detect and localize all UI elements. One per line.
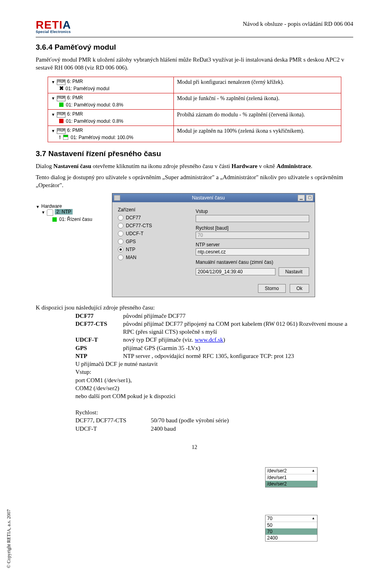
radio-icon (118, 239, 123, 244)
module-sub: 01: Paměťový modul: 0.8% (66, 102, 123, 108)
chip-icon: PROM (57, 79, 65, 85)
tail-line: COM2 (/dev/ser2) (75, 384, 353, 392)
minimize-button[interactable]: ▁ (298, 195, 305, 201)
def-desc: nový typ DCF přijímače (viz. www.dcf.sk) (123, 336, 353, 344)
nastavit-button[interactable]: Nastavit (279, 267, 309, 276)
time-settings-dialog: Nastavení času ▁ ▢ Zařízení DCF77DCF77-C… (112, 193, 315, 297)
table-row: ▼PROM 6: PMR! 01: Paměťový modul: 100.0%… (48, 126, 341, 142)
radio-label: MAN (126, 255, 137, 260)
def-desc: původní přijímač DCF77 připojený na COM … (123, 320, 353, 336)
radio-ntp[interactable]: NTP (118, 247, 189, 252)
vstup-label: Vstup (196, 209, 309, 214)
combo-option[interactable]: 70 (266, 528, 317, 535)
status-green-icon (59, 103, 64, 107)
time-sources-block: K dispozici jsou následující zdroje přes… (36, 304, 353, 433)
tree-arrow-icon: ▼ (36, 205, 40, 209)
titlebar-menu-icon[interactable] (114, 195, 120, 201)
storno-button[interactable]: Storno (258, 284, 285, 293)
module-desc: Modul při konfiguraci nenalezen (černý k… (174, 77, 341, 93)
antenna-icon (47, 209, 53, 216)
rychlost-input[interactable] (196, 232, 309, 239)
baud-row: UDCF-T2400 baud (75, 425, 353, 433)
tree-arrow-icon: ▼ (41, 210, 45, 215)
radio-man[interactable]: MAN (118, 255, 189, 260)
maximize-button[interactable]: ▢ (306, 195, 313, 201)
dialog-titlebar[interactable]: Nastavení času ▁ ▢ (112, 193, 315, 202)
def-item: DCF77původní přijímače DCF77 (36, 312, 353, 320)
module-title: 6: PMR (67, 111, 83, 117)
section-heading-time-settings: 3.7 Nastavení řízení přesného času (36, 149, 353, 158)
chip-icon: PROM (57, 96, 65, 101)
radio-icon (118, 247, 123, 252)
ok-button[interactable]: Ok (290, 284, 309, 293)
radio-label: DCF77-CTS (126, 223, 152, 228)
section-heading-memory-module: 3.6.4 Paměťový modul (36, 43, 353, 52)
chevron-up-icon: ▴ (311, 468, 316, 474)
combo-option[interactable]: /dev/ser2 (266, 481, 317, 487)
radio-icon (118, 223, 123, 228)
sources-intro: K dispozici jsou následující zdroje přes… (36, 304, 353, 311)
module-desc: Modul je zaplněn na 100% (zelená ikona s… (174, 126, 341, 142)
module-title: 6: PMR (67, 79, 83, 84)
combo-option[interactable]: 50 (266, 522, 317, 528)
def-term: DCF77-CTS (75, 320, 123, 336)
status-green-icon (52, 217, 57, 222)
def-term: UDCF-T (75, 336, 123, 344)
port-combo[interactable]: /dev/ser2▴ /dev/ser1/dev/ser2 (265, 467, 318, 487)
table-row: ▼PROM 6: PMR✖ 01: Paměťový modulModul př… (48, 77, 341, 93)
logo-a: A (63, 20, 71, 30)
combo-option[interactable]: /dev/ser1 (266, 474, 317, 481)
time-settings-p1: Dialog Nastavení času otevřeme kliknutím… (36, 162, 353, 170)
page-number: 12 (36, 444, 353, 451)
page-header: RETIA Special Electronics Návod k obsluz… (36, 20, 353, 34)
ntp-input[interactable] (196, 248, 309, 255)
module-status-table: ▼PROM 6: PMR✖ 01: Paměťový modulModul př… (48, 77, 341, 142)
header-rule (36, 37, 353, 37)
chip-icon: PROM (57, 128, 65, 134)
tail-line: port COM1 (/dev/ser1), (75, 376, 353, 384)
radio-label: UDCF-T (126, 231, 144, 236)
tail-line: nebo další port COM pokud je k dispozici (75, 392, 353, 400)
radio-dcf77[interactable]: DCF77 (118, 215, 189, 220)
module-desc: Modul je funkční - % zaplnění (zelená ik… (174, 93, 341, 109)
radio-icon (118, 255, 123, 260)
tree-arrow-icon: ▼ (51, 80, 55, 84)
tail-line: Vstup: (75, 368, 353, 376)
hardware-tree: ▼Hardware ▼ 2: NTP 01: Řízení času (36, 193, 107, 297)
logo: RETIA Special Electronics (36, 20, 71, 34)
vstup-input[interactable] (196, 215, 309, 222)
module-sub: 01: Paměťový modul: 100.0% (71, 135, 133, 140)
module-sub: 01: Paměťový modul: 0.8% (66, 118, 123, 124)
radio-dcf77-cts[interactable]: DCF77-CTS (118, 223, 189, 228)
tree-root-label: Hardware (41, 203, 62, 209)
def-term: NTP (75, 352, 123, 360)
ntp-label: NTP server (196, 242, 309, 248)
device-group-label: Zařízení (118, 207, 189, 213)
man-time-input[interactable] (196, 268, 275, 275)
logo-subtext: Special Electronics (36, 30, 71, 34)
tree-clock-item[interactable]: 01: Řízení času (59, 217, 92, 222)
radio-icon (118, 215, 123, 220)
radio-label: GPS (126, 239, 136, 244)
man-label: Manuální nastavení času (zimní čas) (196, 259, 309, 265)
time-settings-p2: Tento dialog je dostupný pro uživatele s… (36, 173, 353, 190)
tree-ntp-item[interactable]: 2: NTP (55, 209, 73, 215)
tree-arrow-icon: ▼ (51, 96, 55, 101)
module-desc: Probíhá záznam do modulu - % zaplnění (č… (174, 109, 341, 126)
dcf-link[interactable]: www.dcf.sk (195, 337, 223, 343)
radio-udcf-t[interactable]: UDCF-T (118, 231, 189, 236)
combo-option[interactable]: 2400 (266, 535, 317, 541)
tree-arrow-icon: ▼ (51, 129, 55, 133)
def-desc: NTP server , odpovídající normě RFC 1305… (123, 352, 353, 360)
baud-combo[interactable]: 70▴ 50702400 (265, 515, 318, 542)
radio-gps[interactable]: GPS (118, 239, 189, 244)
def-item: GPSpřijímač GPS (Garmin 35 -LVx) (36, 344, 353, 352)
tree-arrow-icon: ▼ (51, 112, 55, 117)
def-item: NTPNTP server , odpovídající normě RFC 1… (36, 352, 353, 360)
radio-label: NTP (126, 247, 135, 252)
dialog-title: Nastavení času (120, 195, 296, 201)
table-row: ▼PROM 6: PMR 01: Paměťový modul: 0.8%Mod… (48, 93, 341, 109)
radio-icon (118, 231, 123, 236)
table-row: ▼PROM 6: PMR 01: Paměťový modul: 0.8%Pro… (48, 109, 341, 126)
tail-line: U přijímačů DCF je nutné nastavit (75, 360, 353, 368)
